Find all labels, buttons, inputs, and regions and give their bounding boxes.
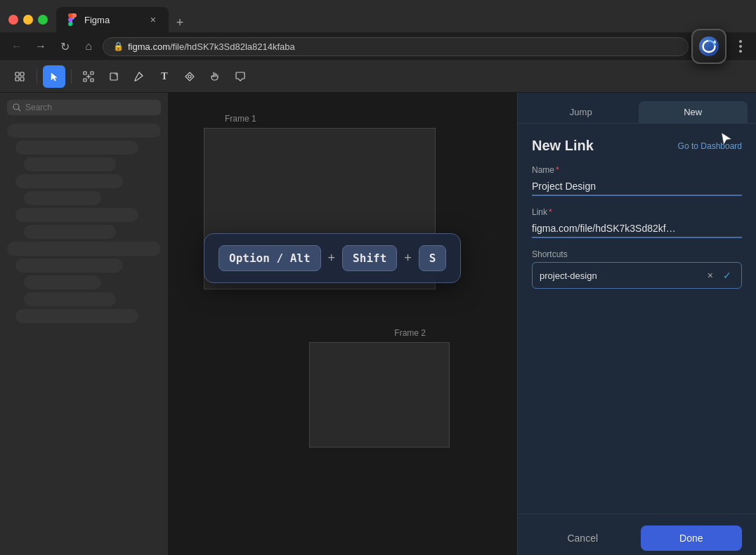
url-domain: figma.com [128,41,170,52]
list-item[interactable] [24,191,101,205]
tool-separator [37,70,37,84]
dialog-title: New Link [532,138,594,154]
new-tab-button[interactable]: + [170,13,190,32]
frame-2[interactable] [309,342,450,448]
nav-bar: ← → ↻ ⌂ 🔒 figma.comfigma.com/file/hdSK7k… [0,32,756,61]
required-marker: * [556,165,559,175]
dialog-header: New Link Go to Dashboard [532,138,742,154]
menu-dot [739,45,742,48]
shortcuts-clear-button[interactable]: × [705,268,716,282]
tab-new[interactable]: New [639,101,748,123]
home-button[interactable]: ⌂ [79,37,98,56]
list-item[interactable] [7,242,161,256]
tab-close-button[interactable]: × [148,13,159,27]
back-button[interactable]: ← [7,37,27,56]
svg-rect-2 [20,72,24,76]
svg-rect-3 [15,77,19,81]
hand-tool[interactable] [204,65,226,88]
svg-rect-7 [84,79,86,81]
right-dialog: Jump New New Link Go to Dashboard Name* … [517,93,756,555]
title-bar: Figma × + [0,0,756,32]
svg-line-14 [18,109,20,111]
list-item[interactable] [15,141,138,155]
component-tool[interactable] [178,65,201,88]
browser-chrome: Figma × + ← → ↻ ⌂ 🔒 figma.comfigma.com/f… [0,0,756,61]
search-input[interactable] [25,103,155,112]
figma-main: Frame 1 Frame 2 Option / Alt + Shift + S… [0,93,756,555]
select-group-tool[interactable] [8,65,31,88]
list-item[interactable] [7,124,161,138]
name-label: Name* [532,165,742,175]
list-item[interactable] [24,157,116,171]
address-bar[interactable]: 🔒 figma.comfigma.com/file/hdSK7k3Sd82la8… [103,37,689,56]
cancel-button[interactable]: Cancel [532,525,634,551]
menu-dot [739,40,742,43]
svg-rect-5 [84,72,86,74]
figma-toolbar: T [0,61,756,93]
required-marker: * [549,207,552,217]
svg-point-13 [13,104,19,110]
list-item[interactable] [24,275,101,289]
shortcuts-input[interactable] [540,270,700,281]
shift-key: Shift [342,245,397,271]
canvas-area[interactable]: Frame 1 Frame 2 Option / Alt + Shift + S [169,93,517,555]
tab-title: Figma [84,15,142,25]
lock-icon: 🔒 [113,41,124,51]
tool-separator [71,70,72,84]
comment-tool[interactable] [229,65,252,88]
extension-icon-button[interactable] [691,29,726,64]
search-icon [13,103,21,112]
tab-jump[interactable]: Jump [526,101,636,123]
list-item[interactable] [24,292,116,306]
move-tool[interactable] [43,65,65,88]
shortcut-overlay: Option / Alt + Shift + S [204,233,461,283]
close-window-button[interactable] [8,15,18,25]
address-text: figma.comfigma.com/file/hdSK7k3Sd82la821… [128,41,295,52]
name-field-group: Name* [532,165,742,196]
nav-bar-wrapper: ← → ↻ ⌂ 🔒 figma.comfigma.com/file/hdSK7k… [0,32,756,61]
frame-2-label: Frame 2 [394,328,426,338]
svg-rect-6 [91,72,93,74]
option-alt-key: Option / Alt [219,245,321,271]
list-item[interactable] [15,208,138,222]
active-tab[interactable]: Figma × [56,7,169,32]
list-item[interactable] [24,225,116,239]
left-panel [0,93,169,555]
text-tool-icon: T [161,71,167,82]
separator-1: + [328,251,336,266]
svg-rect-8 [91,79,93,81]
svg-rect-4 [20,77,24,81]
forward-button[interactable]: → [31,37,51,56]
list-item[interactable] [15,259,123,273]
svg-rect-1 [15,72,19,76]
done-button[interactable]: Done [641,525,743,551]
shortcuts-confirm-button[interactable]: ✓ [720,268,734,282]
dialog-tabs: Jump New [518,93,756,124]
frame-tool[interactable] [77,65,100,88]
svg-point-12 [188,75,191,78]
shortcuts-field-group: Shortcuts × ✓ [532,249,742,289]
s-key: S [419,245,447,271]
search-bar[interactable] [7,100,161,115]
shortcuts-input-row[interactable]: × ✓ [532,262,742,289]
maximize-window-button[interactable] [38,15,48,25]
dialog-content: New Link Go to Dashboard Name* Link* Sho… [518,124,756,514]
go-to-dashboard-link[interactable]: Go to Dashboard [678,141,742,151]
link-label: Link* [532,207,742,217]
name-input[interactable] [532,178,742,196]
shortcuts-label: Shortcuts [532,249,742,259]
minimize-window-button[interactable] [23,15,33,25]
separator-2: + [404,251,412,266]
frame-1-label: Frame 1 [225,114,256,124]
text-tool[interactable]: T [153,65,176,88]
link-field-group: Link* [532,207,742,238]
list-item[interactable] [15,309,138,323]
menu-dot [739,50,742,53]
list-item[interactable] [15,174,123,188]
browser-menu-button[interactable] [732,38,749,55]
shape-tool[interactable] [103,65,125,88]
link-input[interactable] [532,220,742,238]
pen-tool[interactable] [128,65,150,88]
reload-button[interactable]: ↻ [55,37,74,56]
layer-list [7,124,161,323]
